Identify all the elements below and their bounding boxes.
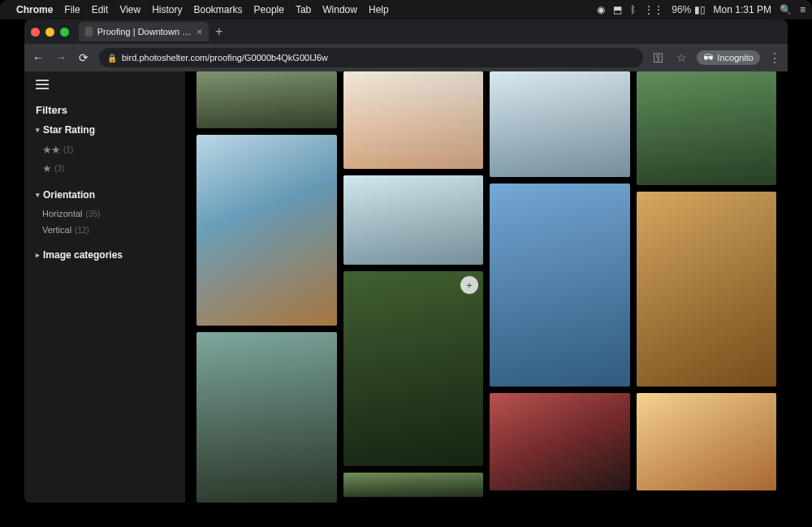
image-thumbnail[interactable] xyxy=(343,473,484,497)
status-wifi-icon[interactable]: ⋮⋮ xyxy=(644,4,663,15)
image-thumbnail[interactable] xyxy=(343,71,484,169)
tab-favicon-icon xyxy=(85,27,93,37)
facet-orientation: ▾ Orientation Horizontal (35) Vertical (… xyxy=(24,189,185,238)
chevron-down-icon: ▾ xyxy=(36,191,40,199)
page-content: Filters ▾ Star Rating ★★ (1) ★ (3) ▾ xyxy=(24,71,788,503)
tab-close-icon[interactable]: × xyxy=(197,27,202,37)
star-icon[interactable]: ☆ xyxy=(674,51,689,64)
gallery-column xyxy=(637,71,777,503)
new-tab-button[interactable]: + xyxy=(215,24,222,39)
image-thumbnail[interactable]: ＋ xyxy=(343,271,484,466)
chrome-window: Proofing | Downtown Grand Ra... × + ← → … xyxy=(24,19,788,503)
url-text: bird.photoshelter.com/proofing/G0000b4Qk… xyxy=(122,53,328,63)
facet-label: Image categories xyxy=(43,249,123,261)
menu-bookmarks[interactable]: Bookmarks xyxy=(194,4,243,15)
filters-sidebar: Filters ▾ Star Rating ★★ (1) ★ (3) ▾ xyxy=(24,71,185,503)
image-thumbnail[interactable] xyxy=(637,393,777,490)
menu-app-name[interactable]: Chrome xyxy=(16,4,53,15)
image-thumbnail[interactable] xyxy=(197,135,337,326)
status-clock[interactable]: Mon 1:31 PM xyxy=(714,4,771,15)
image-thumbnail[interactable] xyxy=(197,71,337,128)
image-thumbnail[interactable] xyxy=(490,184,630,387)
window-maximize-button[interactable] xyxy=(60,28,69,37)
menu-file[interactable]: File xyxy=(64,4,80,15)
facet-label: Orientation xyxy=(43,189,95,201)
image-thumbnail[interactable] xyxy=(490,71,630,177)
filter-horizontal[interactable]: Horizontal (35) xyxy=(36,205,174,222)
status-dropbox-icon[interactable]: ⬒ xyxy=(613,4,622,15)
incognito-icon: 🕶 xyxy=(703,52,713,63)
facet-star-rating: ▾ Star Rating ★★ (1) ★ (3) xyxy=(24,124,185,178)
facet-label: Star Rating xyxy=(43,124,95,136)
gallery-column xyxy=(197,71,337,503)
menu-view[interactable]: View xyxy=(119,4,140,15)
chevron-down-icon: ▾ xyxy=(36,126,40,134)
facet-orientation-header[interactable]: ▾ Orientation xyxy=(36,189,174,201)
image-thumbnail[interactable] xyxy=(197,332,337,503)
image-gallery: ＋ xyxy=(185,71,788,503)
window-controls xyxy=(31,28,69,37)
chrome-menu-button[interactable]: ⋮ xyxy=(768,50,781,66)
lock-icon: 🔒 xyxy=(107,54,117,63)
filter-vertical[interactable]: Vertical (12) xyxy=(36,222,174,238)
browser-tab[interactable]: Proofing | Downtown Grand Ra... × xyxy=(79,22,209,41)
filter-label: Horizontal xyxy=(42,209,83,218)
filter-two-stars[interactable]: ★★ (1) xyxy=(36,140,174,159)
reload-button[interactable]: ⟳ xyxy=(76,51,91,64)
gallery-column xyxy=(490,71,630,503)
key-icon[interactable]: ⚿ xyxy=(651,51,666,64)
incognito-badge[interactable]: 🕶 Incognito xyxy=(697,50,760,65)
filter-count: (3) xyxy=(54,164,64,173)
tab-title: Proofing | Downtown Grand Ra... xyxy=(97,27,192,37)
back-button[interactable]: ← xyxy=(31,51,45,64)
incognito-label: Incognito xyxy=(717,53,754,63)
filter-count: (35) xyxy=(86,210,101,218)
status-quicktime-icon[interactable]: ◉ xyxy=(597,4,605,15)
browser-toolbar: ← → ⟳ 🔒 bird.photoshelter.com/proofing/G… xyxy=(24,44,788,71)
facet-categories-header[interactable]: ▸ Image categories xyxy=(36,249,174,261)
menu-window[interactable]: Window xyxy=(322,4,357,15)
address-bar[interactable]: 🔒 bird.photoshelter.com/proofing/G0000b4… xyxy=(99,48,643,67)
filter-one-star[interactable]: ★ (3) xyxy=(36,159,174,178)
menu-people[interactable]: People xyxy=(254,4,284,15)
star-icon: ★ xyxy=(42,162,51,175)
gallery-column: ＋ xyxy=(343,71,484,503)
image-thumbnail[interactable] xyxy=(637,192,777,387)
status-search-icon[interactable]: 🔍 xyxy=(780,4,792,15)
menu-tab[interactable]: Tab xyxy=(296,4,311,15)
status-bluetooth-icon[interactable]: ᛒ xyxy=(630,4,636,15)
chevron-right-icon: ▸ xyxy=(36,251,40,259)
star-icon: ★★ xyxy=(42,144,60,156)
macos-menubar: Chrome File Edit View History Bookmarks … xyxy=(0,0,812,19)
menu-edit[interactable]: Edit xyxy=(92,4,109,15)
filter-count: (12) xyxy=(75,226,89,235)
menu-history[interactable]: History xyxy=(152,4,182,15)
forward-button[interactable]: → xyxy=(54,51,68,64)
menu-help[interactable]: Help xyxy=(369,4,389,15)
image-thumbnail[interactable] xyxy=(490,393,630,490)
window-close-button[interactable] xyxy=(31,28,40,37)
image-thumbnail[interactable] xyxy=(343,175,484,265)
facet-star-rating-header[interactable]: ▾ Star Rating xyxy=(36,124,174,136)
image-thumbnail[interactable] xyxy=(637,71,777,185)
facet-image-categories: ▸ Image categories xyxy=(24,249,185,266)
zoom-icon[interactable]: ＋ xyxy=(460,276,478,294)
filters-title: Filters xyxy=(24,104,185,124)
tab-strip: Proofing | Downtown Grand Ra... × + xyxy=(24,19,788,44)
status-battery-icon[interactable]: 96% ▮▯ xyxy=(672,4,705,15)
sidebar-toggle-button[interactable] xyxy=(36,80,49,89)
filter-label: Vertical xyxy=(42,225,71,235)
filter-count: (1) xyxy=(63,145,73,154)
status-menu-icon[interactable]: ≡ xyxy=(800,4,806,15)
window-minimize-button[interactable] xyxy=(45,28,54,37)
